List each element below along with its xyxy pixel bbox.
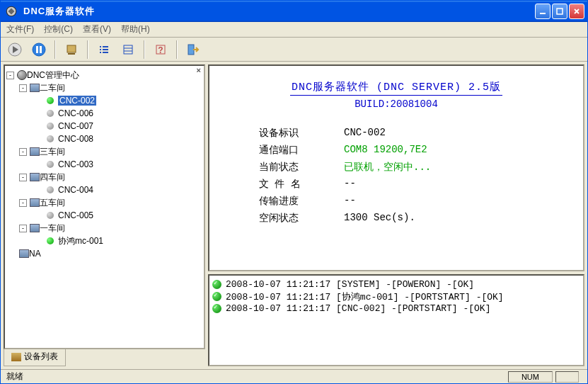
svg-rect-8 [68, 53, 75, 55]
status-dot-icon [47, 212, 54, 219]
svg-rect-9 [100, 46, 101, 47]
help-button[interactable]: ? [151, 40, 171, 60]
tree-toggle[interactable]: - [19, 148, 27, 156]
port-value: COM8 19200,7E2 [344, 144, 427, 157]
tree-device[interactable]: CNC-006 [58, 108, 93, 118]
menu-help[interactable]: 帮助(H) [121, 23, 150, 35]
progress-label: 传输进度 [259, 195, 344, 208]
info-build: BUILD:20081004 [231, 98, 562, 110]
list2-button[interactable] [118, 40, 138, 60]
svg-rect-1 [540, 13, 546, 14]
workshop-icon [30, 147, 40, 156]
tree-device[interactable]: 协鸿mc-001 [58, 235, 103, 247]
workshop-icon [19, 249, 29, 258]
log-line: 2008-10-07 11:21:17 [协鸿mc-001] -[PORTSTA… [212, 290, 580, 303]
menu-control[interactable]: 控制(C) [44, 23, 73, 35]
tree-workshop[interactable]: 一车间 [40, 222, 65, 235]
idle-value: 1300 Sec(s). [344, 212, 415, 225]
tree-device[interactable]: CNC-002 [58, 96, 96, 106]
menu-view[interactable]: 查看(V) [83, 23, 111, 35]
svg-rect-6 [40, 46, 42, 53]
panel-close-icon[interactable]: × [194, 66, 204, 74]
svg-rect-12 [103, 49, 108, 50]
info-title: DNC服务器软件 (DNC SERVER) 2.5版 [292, 81, 501, 94]
status-num: NUM [508, 371, 553, 383]
workshop-icon [30, 173, 40, 181]
idle-label: 空闲状态 [259, 212, 344, 225]
tree-device[interactable]: CNC-005 [58, 210, 93, 220]
menubar: 文件(F) 控制(C) 查看(V) 帮助(H) [1, 22, 587, 38]
toolbar: ? [1, 38, 587, 62]
app-icon [5, 5, 18, 18]
ok-icon [212, 304, 221, 313]
minimize-button[interactable] [535, 4, 550, 19]
tab-label: 设备列表 [24, 351, 58, 363]
exit-button[interactable] [183, 40, 203, 60]
svg-rect-20 [188, 45, 194, 55]
left-panel: × -DNC管理中心- 二车间CNC-002CNC-006CNC-007CNC-… [4, 64, 205, 366]
log-text: 2008-10-07 11:21:17 [协鸿mc-001] -[PORTSTA… [226, 290, 504, 303]
device-id-label: 设备标识 [259, 127, 344, 140]
tree-device[interactable]: CNC-007 [58, 121, 93, 131]
log-text: 2008-10-07 11:21:17 [CNC-002] -[PORTSTAR… [226, 303, 490, 314]
status-value: 已联机，空闲中... [344, 161, 431, 174]
tree-toggle[interactable]: - [6, 72, 14, 79]
workshop-icon [30, 224, 40, 232]
svg-rect-5 [36, 46, 38, 53]
log-line: 2008-10-07 11:21:17 [CNC-002] -[PORTSTAR… [212, 303, 580, 315]
log-panel[interactable]: 2008-10-07 11:21:17 [SYSTEM] -[POWERON] … [208, 274, 584, 366]
tree-device[interactable]: CNC-003 [58, 159, 93, 169]
status-dot-icon [47, 123, 54, 130]
pause-button[interactable] [29, 40, 49, 60]
tree-workshop[interactable]: 五车间 [40, 197, 65, 209]
workshop-icon [30, 84, 40, 92]
svg-rect-10 [103, 46, 108, 47]
status-label: 当前状态 [259, 161, 344, 174]
ok-icon [212, 280, 221, 289]
tree-root[interactable]: DNC管理中心 [27, 69, 79, 81]
svg-point-4 [33, 43, 45, 56]
close-button[interactable] [569, 4, 584, 19]
svg-rect-7 [67, 45, 76, 52]
list1-button[interactable] [94, 40, 114, 60]
device-button[interactable] [62, 40, 81, 60]
status-ready: 就绪 [6, 371, 508, 383]
svg-rect-11 [100, 49, 101, 50]
tree-toggle[interactable]: - [19, 225, 27, 232]
svg-rect-15 [124, 45, 132, 54]
ok-icon [212, 292, 221, 301]
menu-file[interactable]: 文件(F) [6, 23, 34, 35]
tree-workshop[interactable]: 二车间 [40, 82, 65, 94]
device-id-value: CNC-002 [344, 127, 386, 140]
titlebar: DNC服务器软件 [1, 1, 587, 22]
tree-na[interactable]: NA [29, 249, 41, 259]
window-title: DNC服务器软件 [23, 5, 535, 18]
tree-toggle[interactable]: - [19, 199, 27, 207]
log-text: 2008-10-07 11:21:17 [SYSTEM] -[POWERON] … [226, 279, 474, 290]
status-dot-icon [47, 161, 54, 168]
log-line: 2008-10-07 11:21:17 [SYSTEM] -[POWERON] … [212, 278, 580, 290]
status-dot-icon [47, 110, 54, 117]
tree-device[interactable]: CNC-008 [58, 134, 93, 144]
progress-value: -- [344, 195, 356, 208]
maximize-button[interactable] [552, 4, 567, 19]
port-label: 通信端口 [259, 144, 344, 157]
tab-icon [11, 353, 21, 361]
tree-panel[interactable]: × -DNC管理中心- 二车间CNC-002CNC-006CNC-007CNC-… [4, 64, 205, 349]
tree-device[interactable]: CNC-004 [58, 185, 93, 195]
tree-toggle[interactable]: - [19, 174, 27, 181]
svg-text:?: ? [158, 45, 163, 55]
tree-toggle[interactable]: - [19, 84, 27, 92]
tree-workshop[interactable]: 四车间 [40, 171, 65, 183]
tree-workshop[interactable]: 三车间 [40, 146, 65, 158]
status-dot-icon [47, 186, 54, 193]
tab-device-list[interactable]: 设备列表 [4, 348, 66, 366]
play-button[interactable] [5, 40, 25, 60]
file-label: 文 件 名 [259, 178, 344, 191]
status-dot-icon [47, 135, 54, 142]
statusbar: 就绪 NUM [1, 369, 587, 383]
svg-rect-14 [103, 52, 108, 53]
file-value: -- [344, 178, 356, 191]
status-empty [555, 371, 579, 383]
svg-rect-2 [557, 9, 563, 14]
